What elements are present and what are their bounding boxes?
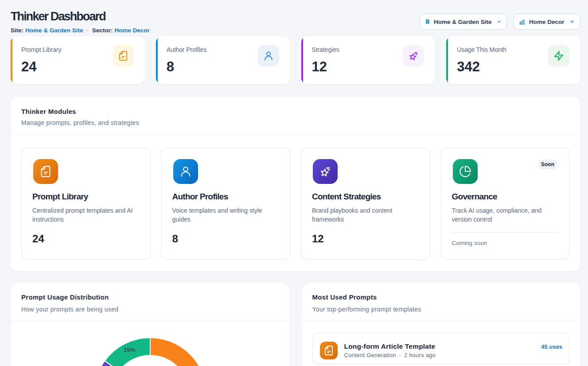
svg-text:15%: 15%: [124, 347, 135, 353]
